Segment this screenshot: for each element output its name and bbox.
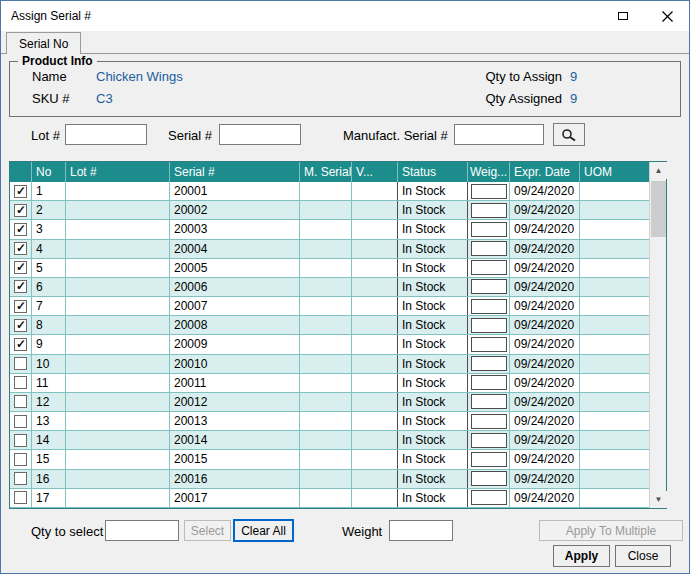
row-checkbox[interactable] — [14, 491, 27, 504]
cell-checkbox — [10, 431, 32, 449]
weight-cell-input[interactable] — [471, 337, 507, 352]
tab-serial-no[interactable]: Serial No — [6, 32, 81, 54]
cell-m-serial — [300, 278, 352, 296]
cell-uom — [580, 182, 649, 200]
weight-cell-input[interactable] — [471, 471, 507, 486]
cell-checkbox — [10, 259, 32, 277]
table-row: 5 20005 In Stock 09/24/2020 — [10, 259, 649, 278]
cell-lot — [66, 182, 170, 200]
cell-checkbox — [10, 297, 32, 315]
cell-serial: 20011 — [170, 374, 300, 392]
cell-weight — [468, 374, 510, 392]
cell-weight — [468, 240, 510, 258]
header-expr-date: Expr. Date — [510, 162, 580, 182]
row-checkbox[interactable] — [14, 261, 27, 274]
cell-no: 12 — [32, 393, 66, 411]
row-checkbox[interactable] — [14, 434, 27, 447]
weight-cell-input[interactable] — [471, 394, 507, 409]
weight-cell-input[interactable] — [471, 375, 507, 390]
cell-uom — [580, 412, 649, 430]
lot-input[interactable] — [65, 124, 147, 145]
cell-weight — [468, 393, 510, 411]
vertical-scrollbar[interactable]: ▲ ▼ — [649, 162, 666, 508]
product-info-group: Product Info Name Chicken Wings SKU # C3… — [9, 61, 681, 117]
row-checkbox[interactable] — [14, 376, 27, 389]
cell-status: In Stock — [397, 240, 468, 258]
weight-input[interactable] — [389, 520, 453, 541]
header-weight: Weig... — [468, 162, 510, 182]
apply-to-multiple-button[interactable]: Apply To Multiple — [539, 520, 683, 541]
cell-v — [352, 335, 398, 353]
cell-uom — [580, 335, 649, 353]
weight-cell-input[interactable] — [471, 452, 507, 467]
cell-serial: 20017 — [170, 489, 300, 507]
weight-cell-input[interactable] — [471, 279, 507, 294]
cell-expr-date: 09/24/2020 — [510, 240, 580, 258]
qty-assigned-label: Qty Assigned — [462, 91, 562, 106]
row-checkbox[interactable] — [14, 395, 27, 408]
cell-v — [352, 220, 398, 238]
row-checkbox[interactable] — [14, 415, 27, 428]
row-checkbox[interactable] — [14, 204, 27, 217]
table-row: 1 20001 In Stock 09/24/2020 — [10, 182, 649, 201]
search-button[interactable] — [553, 123, 585, 146]
scrollbar-thumb[interactable] — [651, 181, 666, 237]
row-checkbox[interactable] — [14, 223, 27, 236]
apply-button[interactable]: Apply — [553, 545, 610, 567]
sku-value: C3 — [96, 91, 113, 106]
weight-cell-input[interactable] — [471, 356, 507, 371]
header-checkbox — [10, 162, 32, 182]
close-button[interactable] — [645, 1, 689, 31]
cell-weight — [468, 201, 510, 219]
qty-to-select-input[interactable] — [105, 520, 179, 541]
scroll-up-button[interactable]: ▲ — [650, 162, 667, 179]
scroll-down-button[interactable]: ▼ — [650, 491, 667, 508]
weight-cell-input[interactable] — [471, 222, 507, 237]
cell-weight — [468, 278, 510, 296]
table-row: 4 20004 In Stock 09/24/2020 — [10, 240, 649, 259]
clear-all-button[interactable]: Clear All — [233, 519, 294, 542]
weight-cell-input[interactable] — [471, 490, 507, 505]
product-info-legend: Product Info — [18, 54, 97, 68]
row-checkbox[interactable] — [14, 357, 27, 370]
row-checkbox[interactable] — [14, 300, 27, 313]
weight-cell-input[interactable] — [471, 318, 507, 333]
weight-cell-input[interactable] — [471, 433, 507, 448]
row-checkbox[interactable] — [14, 453, 27, 466]
weight-cell-input[interactable] — [471, 203, 507, 218]
cell-m-serial — [300, 489, 352, 507]
cell-uom — [580, 316, 649, 334]
select-button[interactable]: Select — [184, 520, 231, 541]
weight-cell-input[interactable] — [471, 184, 507, 199]
cell-serial: 20001 — [170, 182, 300, 200]
weight-cell-input[interactable] — [471, 414, 507, 429]
cell-lot — [66, 259, 170, 277]
cell-serial: 20009 — [170, 335, 300, 353]
cell-v — [352, 201, 398, 219]
cell-weight — [468, 316, 510, 334]
row-checkbox[interactable] — [14, 319, 27, 332]
row-checkbox[interactable] — [14, 338, 27, 351]
cell-m-serial — [300, 431, 352, 449]
weight-cell-input[interactable] — [471, 299, 507, 314]
magnifier-icon — [561, 128, 577, 142]
cell-serial: 20016 — [170, 470, 300, 488]
row-checkbox[interactable] — [14, 242, 27, 255]
cell-status: In Stock — [397, 278, 468, 296]
weight-cell-input[interactable] — [471, 260, 507, 275]
close-dialog-button[interactable]: Close — [615, 545, 671, 567]
table-main: No Lot # Serial # M. Serial # V... Statu… — [10, 162, 649, 508]
row-checkbox[interactable] — [14, 185, 27, 198]
row-checkbox[interactable] — [14, 472, 27, 485]
cell-lot — [66, 450, 170, 468]
serial-input[interactable] — [219, 124, 301, 145]
manufact-serial-input[interactable] — [454, 124, 544, 145]
titlebar-buttons — [601, 1, 689, 31]
minimize-button[interactable] — [601, 1, 645, 31]
row-checkbox[interactable] — [14, 280, 27, 293]
weight-cell-input[interactable] — [471, 241, 507, 256]
cell-m-serial — [300, 182, 352, 200]
cell-v — [352, 316, 398, 334]
cell-weight — [468, 220, 510, 238]
cell-v — [352, 393, 398, 411]
